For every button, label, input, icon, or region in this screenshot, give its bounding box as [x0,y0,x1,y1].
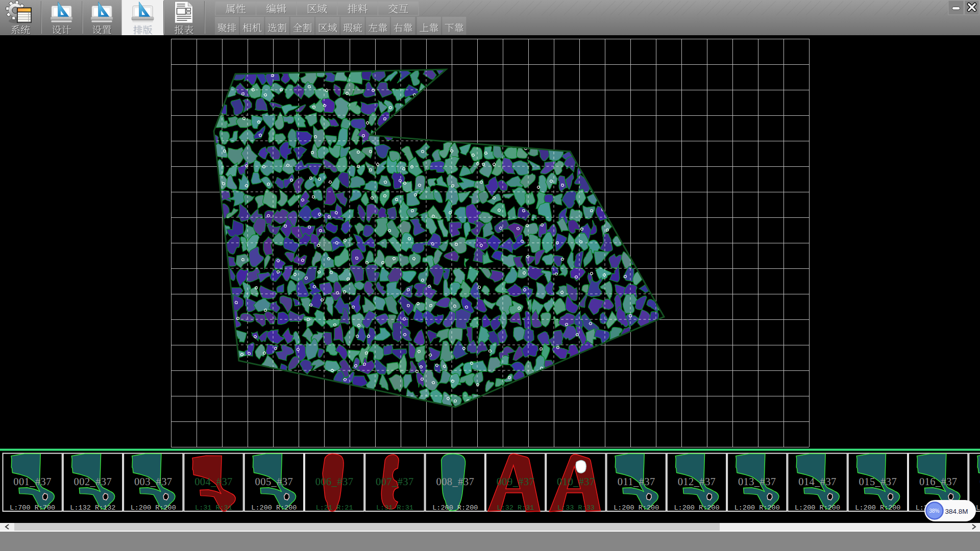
svg-text:L:31 R:31: L:31 R:31 [376,504,413,512]
svg-text:L:200 R:200: L:200 R:200 [432,504,478,512]
svg-text:004_#37: 004_#37 [194,476,233,487]
svg-text:L:200 R:200: L:200 R:200 [855,504,900,512]
svg-text:L:33 R:33: L:33 R:33 [557,504,595,512]
svg-text:38%: 38% [929,508,939,514]
svg-text:014_#37: 014_#37 [798,476,837,487]
svg-text:L:200 R:200: L:200 R:200 [795,504,840,512]
svg-text:L:200 R:200: L:200 R:200 [674,504,719,512]
svg-text:010_#37: 010_#37 [557,476,595,487]
svg-text:002_#37: 002_#37 [74,476,112,487]
svg-text:015_#37: 015_#37 [859,476,897,487]
svg-text:013_#37: 013_#37 [738,476,776,487]
svg-text:011_#37: 011_#37 [618,476,655,487]
svg-text:008_#37: 008_#37 [436,476,475,487]
svg-text:003_#37: 003_#37 [134,476,173,487]
svg-text:006_#37: 006_#37 [315,476,354,487]
svg-text:384.8M: 384.8M [945,508,968,515]
svg-text:L:200 R:200: L:200 R:200 [976,504,980,512]
svg-text:009_#37: 009_#37 [497,476,535,487]
svg-text:L:31 R:31: L:31 R:31 [195,504,232,512]
svg-text:005_#37: 005_#37 [255,476,293,487]
svg-text:012_#37: 012_#37 [678,476,716,487]
svg-text:L:200 R:200: L:200 R:200 [614,504,659,512]
svg-text:001_#37: 001_#37 [13,476,52,487]
svg-text:L:21 R:21: L:21 R:21 [316,504,353,512]
svg-text:L:132 R:132: L:132 R:132 [70,504,115,512]
svg-text:L:200 R:200: L:200 R:200 [734,504,780,512]
svg-text:L:32 R:31: L:32 R:31 [497,504,534,512]
svg-text:L:200 R:200: L:200 R:200 [251,504,297,512]
svg-text:L:200 R:200: L:200 R:200 [131,504,176,512]
svg-text:016_#37: 016_#37 [919,476,958,487]
svg-text:007_#37: 007_#37 [376,476,414,487]
svg-text:L:700 R:700: L:700 R:700 [10,504,55,512]
